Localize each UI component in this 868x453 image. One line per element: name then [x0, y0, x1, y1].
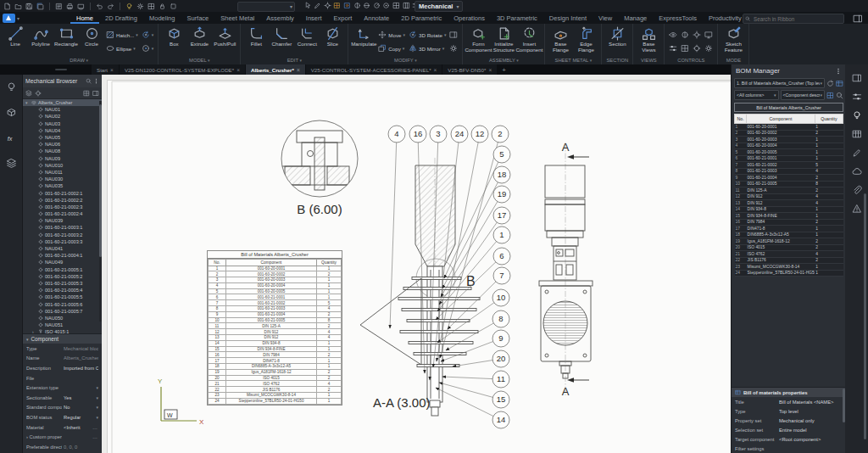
- component-properties-header[interactable]: ▾ Component: [23, 334, 102, 344]
- bom-property-target-component[interactable]: Target component<Root component>: [732, 434, 846, 444]
- bom-property-property-set[interactable]: Property setMechanical only: [732, 416, 846, 425]
- bom-col-component[interactable]: Component: [747, 115, 815, 124]
- tree-item[interactable]: NAU02: [23, 113, 102, 120]
- refresh-icon[interactable]: [826, 80, 834, 87]
- ribbon-tab-operations[interactable]: Operations: [448, 13, 491, 24]
- bom-manager-row[interactable]: 10001-60-21-00058: [735, 181, 843, 187]
- bom-manager-row[interactable]: 11DIN 125-A2: [735, 187, 843, 194]
- fx-panel-button[interactable]: fx: [6, 132, 17, 143]
- bom-property-filter-settings[interactable]: Filter settings: [732, 444, 846, 453]
- tree-item[interactable]: NAU010: [23, 162, 102, 169]
- insert-table-icon[interactable]: [836, 80, 843, 87]
- description-filter-select[interactable]: <Component description> ▾: [781, 90, 826, 100]
- warning-panel-button[interactable]: [852, 204, 862, 214]
- small-tool-button[interactable]: [669, 44, 677, 53]
- bom-manager-row[interactable]: 8001-60-21-00034: [735, 168, 843, 175]
- button-hatch[interactable]: Hatch...▾: [106, 31, 138, 39]
- property-row-bom-status[interactable]: BOM statusRegular▾: [23, 412, 102, 422]
- paperclip-panel-button[interactable]: [852, 185, 862, 195]
- plotter-button[interactable]: [77, 3, 85, 10]
- property-row-type[interactable]: TypeMechanical block: [23, 344, 102, 354]
- button-push-pull[interactable]: Push/Pull: [212, 25, 237, 58]
- find-icon[interactable]: [836, 92, 843, 99]
- button-base-flange[interactable]: Base Flange: [548, 25, 573, 58]
- ribbon-tab-2d-parametric[interactable]: 2D Parametric: [395, 13, 448, 24]
- pencil-panel-button[interactable]: [852, 148, 862, 158]
- small-tool-button[interactable]: [693, 31, 701, 39]
- property-row-name[interactable]: NameAlberts_Crusher: [23, 354, 102, 364]
- small-tool-button[interactable]: [449, 44, 458, 53]
- workspace-dropdown[interactable]: Mechanical ▾: [415, 1, 463, 12]
- tree-item[interactable]: 001-60-21-0002:3: [23, 204, 102, 210]
- button-section[interactable]: Section: [604, 25, 630, 58]
- button-sketch-feature[interactable]: Sketch Feature: [721, 25, 746, 58]
- ribbon-tab-view[interactable]: View: [593, 13, 618, 24]
- small-tool-button[interactable]: [681, 31, 689, 39]
- ribbon-tab-3d-parametric[interactable]: 3D Parametric: [491, 13, 543, 24]
- button-base-views[interactable]: Base Views: [636, 25, 661, 58]
- bom-manager-row[interactable]: 23Misumi_MCOCGWK30-8-141: [735, 264, 843, 271]
- bom-property-title[interactable]: TitleBill of Materials <NAME>: [732, 397, 846, 406]
- layers-panel-button[interactable]: [6, 158, 17, 169]
- ribbon-tab-annotate[interactable]: Annotate: [358, 13, 395, 24]
- ribbon-tab-productivity[interactable]: Productivity: [703, 13, 748, 24]
- bom-manager-row[interactable]: 19Igus_A181FM-1618-122: [735, 238, 843, 245]
- new-tab-button[interactable]: +: [498, 64, 510, 75]
- bom-manager-row[interactable]: 14DIN 934-81: [735, 206, 843, 213]
- property-row-file[interactable]: File: [23, 373, 102, 383]
- tree-item[interactable]: NAU039: [23, 217, 102, 224]
- component-button[interactable]: [35, 90, 42, 97]
- ribbon-tab-sheet-metal[interactable]: Sheet Metal: [214, 13, 260, 24]
- close-icon[interactable]: ×: [236, 67, 240, 73]
- close-icon[interactable]: ×: [488, 67, 492, 73]
- bom-manager-row[interactable]: 22JIS B11762: [735, 257, 843, 264]
- bom-manager-row[interactable]: 15DIN 934-8-FINE1: [735, 213, 843, 220]
- close-icon[interactable]: ×: [110, 67, 114, 73]
- doc-tab-alberts-crusher[interactable]: Alberts_Crusher*×: [246, 64, 306, 75]
- button-rectangle[interactable]: Rectangle: [53, 25, 79, 58]
- tree-item[interactable]: 001-60-21-0002:1: [23, 189, 102, 196]
- grid-button[interactable]: [147, 3, 155, 10]
- tree-item[interactable]: 001-60-21-0003:3: [23, 238, 102, 245]
- tree-item[interactable]: NAU049: [23, 259, 102, 266]
- ribbon-tab-manage[interactable]: Manage: [618, 13, 653, 24]
- cube-panel-button[interactable]: [6, 107, 17, 118]
- redo-button[interactable]: [107, 3, 114, 10]
- ribbon-tab-expresstools[interactable]: ExpressTools: [653, 13, 703, 24]
- small-tool-button[interactable]: [704, 44, 713, 53]
- ribbon-tab-export[interactable]: Export: [328, 13, 359, 24]
- grid-button[interactable]: [83, 90, 90, 97]
- tree-item[interactable]: NAU01: [23, 106, 102, 113]
- circle-polar-toggle[interactable]: [373, 2, 381, 9]
- bulb-button[interactable]: [125, 3, 133, 10]
- circle-dyn-toggle[interactable]: [382, 2, 390, 9]
- ribbon-tab-assembly[interactable]: Assembly: [260, 13, 300, 24]
- sheet-button[interactable]: [55, 3, 63, 10]
- bom-manager-row[interactable]: 3001-60-20-00031: [735, 137, 843, 143]
- tree-item[interactable]: NAU05: [23, 134, 102, 141]
- tree-item[interactable]: NAU09: [23, 155, 102, 162]
- button-ellipse[interactable]: Ellipse▾: [106, 44, 138, 53]
- button-slice[interactable]: Slice: [320, 25, 345, 58]
- button-3d-rotate[interactable]: 3D Rotate▾: [409, 31, 446, 39]
- tree-item[interactable]: NAU06: [23, 141, 102, 148]
- columns-toggle[interactable]: [403, 2, 410, 9]
- tree-item-root[interactable]: ▾Alberts_Crusher: [23, 99, 102, 106]
- tree-item[interactable]: NAU03: [23, 120, 102, 127]
- kebab-menu-icon[interactable]: [835, 68, 842, 75]
- ribbon-tab-surface[interactable]: Surface: [181, 13, 214, 24]
- panel-right-button[interactable]: [92, 90, 99, 97]
- bom-property-selection-set[interactable]: Selection setEntire model: [732, 425, 846, 434]
- button-circle[interactable]: Circle: [79, 25, 104, 58]
- tree-item[interactable]: NAU030: [23, 176, 102, 182]
- stop-button[interactable]: [170, 3, 177, 10]
- property-row-material[interactable]: Material<Inherit…: [23, 422, 102, 433]
- ribbon-tab-modeling[interactable]: Modeling: [143, 13, 181, 24]
- search-icon[interactable]: [86, 78, 92, 84]
- tree-item[interactable]: 001-60-21-0004:1: [23, 252, 102, 259]
- bom-manager-row[interactable]: 18DIN6885-A-3x3x12-A51: [735, 232, 843, 238]
- tree-item[interactable]: 001-60-21-0005:2: [23, 273, 102, 280]
- bulb-panel-button[interactable]: [852, 110, 862, 120]
- kebab-menu-icon[interactable]: [93, 78, 99, 84]
- tree-item[interactable]: 001-60-21-0003:1: [23, 224, 102, 231]
